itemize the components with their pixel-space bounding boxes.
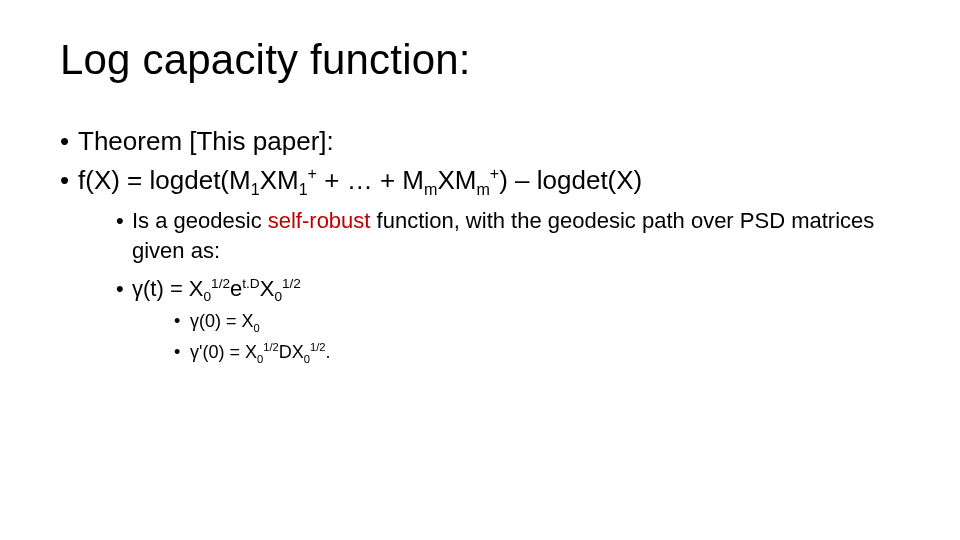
- fx-mid3: XM: [437, 165, 476, 195]
- bullet-theorem: Theorem [This paper]:: [60, 124, 900, 159]
- fx-mid2: + … + M: [317, 165, 424, 195]
- gt-h2: 1/2: [282, 275, 301, 290]
- bullet-gammaprime0: γ'(0) = X01/2DX01/2.: [60, 340, 900, 364]
- gp-dot: .: [325, 342, 330, 362]
- gt-x: X: [260, 276, 275, 301]
- bullet-gamma0: γ(0) = X0: [60, 309, 900, 333]
- sr-pre: Is a geodesic: [132, 208, 268, 233]
- bullet-gamma-t: γ(t) = X01/2et.DX01/2: [60, 274, 900, 304]
- fx-tail: ) – logdet(X): [499, 165, 642, 195]
- fx-mid1: XM: [260, 165, 299, 195]
- gp-h2: 1/2: [310, 341, 326, 353]
- gt-s0a: 0: [204, 289, 212, 304]
- bullet-fx: f(X) = logdet(M1XM1+ + … + MmXMm+) – log…: [60, 163, 900, 198]
- fx-subm2: m: [476, 180, 489, 198]
- g0-pre: γ(0) = X: [190, 311, 254, 331]
- gp-h1: 1/2: [263, 341, 279, 353]
- fx-subm1: m: [424, 180, 437, 198]
- gp-pre: γ'(0) = X: [190, 342, 257, 362]
- gt-pre: γ(t) = X: [132, 276, 204, 301]
- fx-pre: f(X) = logdet(M: [78, 165, 251, 195]
- gp-s0a: 0: [257, 352, 263, 364]
- gt-tD: t.D: [242, 275, 259, 290]
- gp-s0b: 0: [304, 352, 310, 364]
- bullet-selfrobust: Is a geodesic self-robust function, with…: [60, 206, 900, 265]
- slide: Log capacity function: Theorem [This pap…: [0, 0, 960, 540]
- fx-sup2: +: [490, 164, 499, 182]
- g0-s0: 0: [254, 322, 260, 334]
- slide-title: Log capacity function:: [60, 36, 900, 84]
- gp-mid: DX: [279, 342, 304, 362]
- bullet-theorem-text: Theorem [This paper]:: [78, 126, 334, 156]
- gt-h1: 1/2: [211, 275, 230, 290]
- gt-e: e: [230, 276, 242, 301]
- fx-sub1: 1: [251, 180, 260, 198]
- fx-sub2: 1: [299, 180, 308, 198]
- sr-red: self-robust: [268, 208, 371, 233]
- gt-s0b: 0: [274, 289, 282, 304]
- fx-sup1: +: [308, 164, 317, 182]
